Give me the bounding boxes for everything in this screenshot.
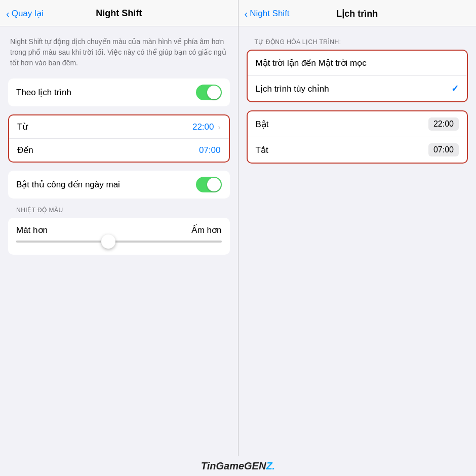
times-card: Bật 22:00 Tắt 07:00: [247, 110, 468, 164]
left-back-label: Quay lại: [12, 8, 44, 19]
manual-toggle-card: Bật thủ công đến ngày mai: [8, 171, 230, 199]
to-time-right: 07:00: [199, 145, 221, 155]
watermark-gen: GEN: [244, 460, 266, 471]
manual-row[interactable]: Bật thủ công đến ngày mai: [8, 171, 230, 199]
off-label: Tắt: [256, 145, 268, 155]
to-time-row[interactable]: Đến 07:00: [9, 139, 229, 162]
custom-schedule-option[interactable]: Lịch trình tùy chỉnh ✓: [248, 76, 467, 101]
on-label: Bật: [256, 119, 269, 130]
chevron-left-icon: ‹: [6, 9, 10, 19]
custom-schedule-label: Lịch trình tùy chỉnh: [256, 84, 329, 94]
from-time-row[interactable]: Từ 22:00 ›: [9, 115, 229, 139]
right-header-title: Lịch trình: [336, 8, 378, 19]
sunset-label: Mặt trời lặn đến Mặt trời mọc: [256, 58, 367, 68]
schedule-toggle[interactable]: [196, 85, 222, 100]
schedule-section-label: TỰ ĐỘNG HÓA LỊCH TRÌNH:: [247, 38, 468, 50]
off-time-row[interactable]: Tắt 07:00: [248, 137, 467, 163]
on-value: 22:00: [428, 117, 459, 131]
sunset-option[interactable]: Mặt trời lặn đến Mặt trời mọc: [248, 51, 467, 76]
from-time-right: 22:00 ›: [192, 122, 221, 132]
watermark-text: TinGameGENZ.: [201, 460, 275, 472]
color-temp-card: Mát hơn Ấm hơn: [8, 218, 230, 255]
left-screen: ‹ Quay lại Night Shift Night Shift tự độ…: [0, 0, 239, 456]
watermark-tin: Tin: [201, 460, 216, 471]
color-temp-section-label: NHIỆT ĐỘ MÀU: [8, 207, 230, 218]
right-header: ‹ Night Shift Lịch trình: [239, 0, 477, 26]
right-chevron-left-icon: ‹: [245, 9, 248, 19]
slider-fill: [16, 241, 108, 243]
left-back-button[interactable]: ‹ Quay lại: [6, 8, 44, 19]
from-label: Từ: [17, 122, 28, 132]
to-value: 07:00: [199, 145, 221, 155]
schedule-label: Theo lịch trình: [16, 87, 71, 98]
right-content: TỰ ĐỘNG HÓA LỊCH TRÌNH: Mặt trời lặn đến…: [239, 26, 477, 456]
from-chevron-icon: ›: [218, 123, 221, 131]
off-value: 07:00: [428, 143, 459, 156]
cool-label: Mát hơn: [16, 225, 48, 235]
watermark: TinGameGENZ.: [0, 456, 476, 476]
watermark-game: Game: [216, 460, 244, 471]
right-back-label: Night Shift: [250, 9, 289, 19]
on-time-row[interactable]: Bật 22:00: [248, 111, 467, 137]
from-value: 22:00: [192, 122, 214, 132]
warm-label: Ấm hơn: [191, 225, 222, 235]
right-back-button[interactable]: ‹ Night Shift: [245, 9, 290, 19]
manual-label: Bật thủ công đến ngày mai: [16, 179, 120, 190]
left-header-title: Night Shift: [96, 8, 142, 19]
schedule-row[interactable]: Theo lịch trình: [8, 78, 230, 106]
right-screen: ‹ Night Shift Lịch trình TỰ ĐỘNG HÓA LỊC…: [239, 0, 477, 456]
slider-thumb[interactable]: [101, 234, 115, 249]
checkmark-icon: ✓: [451, 83, 459, 94]
description-text: Night Shift tự động dịch chuyển màu của …: [8, 36, 230, 68]
slider-track[interactable]: [16, 241, 222, 243]
left-header: ‹ Quay lại Night Shift: [0, 0, 238, 26]
schedule-toggle-card: Theo lịch trình: [8, 78, 230, 106]
slider-labels: Mát hơn Ấm hơn: [16, 225, 222, 235]
manual-toggle[interactable]: [196, 177, 222, 192]
watermark-z: Z.: [266, 460, 275, 471]
left-content: Night Shift tự động dịch chuyển màu của …: [0, 26, 238, 456]
to-label: Đến: [17, 145, 33, 155]
time-card: Từ 22:00 › Đến 07:00: [8, 114, 230, 163]
schedule-options-card: Mặt trời lặn đến Mặt trời mọc Lịch trình…: [247, 50, 468, 102]
